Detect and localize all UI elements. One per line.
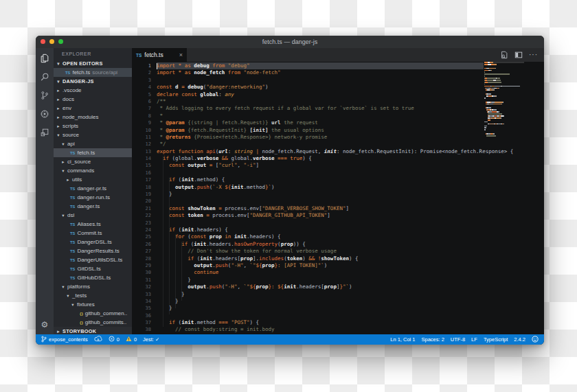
tree-item-docs[interactable]: ▸docs	[54, 95, 132, 104]
tree-item-github-commen-[interactable]: {}github_commen..	[54, 309, 132, 318]
status-item-cloud-upload[interactable]	[94, 336, 102, 343]
tree-item-api[interactable]: ▾api	[54, 139, 132, 148]
close-tab-icon[interactable]: ×	[179, 51, 183, 58]
code-line[interactable]: 28 if (init.headers[prop].includes(token…	[132, 255, 544, 262]
tree-item-github-commits-[interactable]: {}github_commits..	[54, 318, 132, 327]
tree-item-danger-pr-ts[interactable]: TSdanger-pr.ts	[54, 184, 132, 193]
storybook-section-header[interactable]: ▸ STORYBOOK	[54, 327, 132, 334]
status-item-spaces-2[interactable]: Spaces: 2	[422, 336, 444, 343]
tree-item-dangerdsl-ts[interactable]: TSDangerDSL.ts	[54, 238, 132, 246]
open-preview-icon[interactable]	[500, 51, 508, 59]
code-line[interactable]: 33 }	[132, 291, 544, 298]
code-line[interactable]: 37 if (init.method === "POST") {	[132, 319, 544, 326]
code-line[interactable]: 29 output.push("-H", `"${prop}: [API TOK…	[132, 262, 544, 269]
zoom-window-button[interactable]	[58, 39, 63, 44]
tree-item-fetch-ts[interactable]: TSfetch.ts	[54, 148, 132, 157]
code-line[interactable]: 21 const showToken = process.env["DANGER…	[132, 205, 544, 212]
code-line[interactable]: 35 }	[132, 305, 544, 312]
code-line[interactable]: 6/**	[132, 98, 544, 105]
tree-item-gitdsl-ts[interactable]: TSGitDSL.ts	[54, 264, 132, 273]
status-item-lf[interactable]: LF	[471, 336, 477, 343]
code-line[interactable]: 22 const token = process.env["DANGER_GIT…	[132, 212, 544, 219]
code-line[interactable]: 9 * @param {(string | fetch.Request)} ur…	[132, 119, 544, 126]
status-item-ln-1-col-1[interactable]: Ln 1, Col 1	[390, 336, 415, 343]
split-editor-icon[interactable]	[514, 51, 523, 59]
code-line[interactable]: 1import * as debug from "debug"	[132, 62, 544, 69]
open-editor-item-fetch-ts[interactable]: TS fetch.ts source/api	[54, 68, 132, 77]
extensions-icon[interactable]	[40, 128, 49, 137]
status-item-expose-contents[interactable]: expose_contents	[41, 336, 88, 344]
more-actions-icon[interactable]: ···	[529, 51, 538, 58]
code-text: * @returns {Promise<fetch.Response>} net…	[157, 134, 484, 141]
tree-item-dangerresults-ts[interactable]: TSDangerResults.ts	[54, 246, 132, 255]
code-line[interactable]: 8 *	[132, 113, 544, 119]
code-line[interactable]: 18 output.push(`-X ${init.method}`)	[132, 184, 544, 191]
debug-icon[interactable]	[40, 109, 49, 119]
code-line[interactable]: 30 continue	[132, 269, 544, 276]
status-item-utf-8[interactable]: UTF-8	[451, 336, 465, 343]
code-line[interactable]: 24 if (init.headers) {	[132, 227, 544, 233]
tree-item-githubdsl-ts[interactable]: TSGitHubDSL.ts	[54, 273, 132, 282]
status-item-smiley[interactable]	[532, 336, 539, 344]
tree-item-commit-ts[interactable]: TSCommit.ts	[54, 229, 132, 238]
code-line[interactable]: 20	[132, 198, 544, 205]
code-line[interactable]: 13export function api(url: string | node…	[132, 148, 544, 155]
code-line[interactable]: 3	[132, 77, 544, 84]
tree-item-dangerutilsdsl-ts[interactable]: TSDangerUtilsDSL.ts	[54, 255, 132, 264]
code-line[interactable]: 5declare const global: any	[132, 91, 544, 98]
code-editor[interactable]: 1import * as debug from "debug"2import *…	[132, 62, 544, 334]
code-line[interactable]: 14 if (global.verbose && global.verbose …	[132, 155, 544, 162]
code-line[interactable]: 38 // const body:string = init.body	[132, 326, 544, 333]
status-item-0[interactable]: 0	[126, 336, 137, 343]
tree-item-node-modules[interactable]: ▸node_modules	[54, 113, 132, 122]
tree-item-danger-ts[interactable]: TSdanger.ts	[54, 202, 132, 211]
status-item-typescript[interactable]: TypeScript	[484, 336, 508, 343]
code-line[interactable]: 27 // Don't show the token for normal ve…	[132, 248, 544, 255]
code-line[interactable]: 36	[132, 312, 544, 319]
code-line[interactable]: 25 for (const prop in init.headers) {	[132, 233, 544, 240]
tree-item-scripts[interactable]: ▸scripts	[54, 122, 132, 130]
tree-item-danger-run-ts[interactable]: TSdanger-run.ts	[54, 193, 132, 202]
code-line[interactable]: 2import * as node_fetch from "node-fetch…	[132, 69, 544, 76]
code-line[interactable]: 23	[132, 220, 544, 227]
minimap[interactable]	[484, 62, 524, 137]
status-item-2-4-2[interactable]: 2.4.2	[514, 336, 525, 343]
source-control-icon[interactable]	[40, 91, 49, 100]
code-line[interactable]: 7 * Adds logging to every fetch request …	[132, 105, 544, 112]
tree-item-platforms[interactable]: ▾platforms	[54, 282, 132, 291]
settings-gear-icon[interactable]: ⚙	[41, 321, 49, 329]
code-line[interactable]: 17 if (init.method) {	[132, 176, 544, 183]
open-editors-header[interactable]: ▾ OPEN EDITORS	[54, 59, 132, 68]
code-line[interactable]: 15 const output = ["curl", "-i"]	[132, 162, 544, 169]
code-line[interactable]: 16	[132, 170, 544, 176]
tree-item-aliases-ts[interactable]: TSAliases.ts	[54, 220, 132, 229]
tree-item--tests[interactable]: ▾_tests	[54, 291, 132, 300]
tree-item-dsl[interactable]: ▾dsl	[54, 211, 132, 220]
tree-item-fixtures[interactable]: ▾fixtures	[54, 300, 132, 309]
tree-item-utils[interactable]: ▸utils	[54, 175, 132, 184]
code-line[interactable]: 34 }	[132, 298, 544, 305]
code-line[interactable]: 10 * @param {fetch.RequestInit} [init] t…	[132, 127, 544, 134]
search-icon[interactable]	[40, 72, 49, 82]
code-line[interactable]: 4const d = debug("danger:networking")	[132, 84, 544, 91]
explorer-icon[interactable]	[40, 54, 49, 63]
code-line[interactable]: 19 }	[132, 191, 544, 198]
status-item-0[interactable]: 0	[109, 336, 120, 343]
tree-item-commands[interactable]: ▾commands	[54, 166, 132, 175]
code-line[interactable]: 26 if (init.headers.hasOwnProperty(prop)…	[132, 241, 544, 248]
status-item-jest-[interactable]: Jest: ✓	[143, 336, 159, 343]
close-window-button[interactable]	[41, 39, 45, 44]
tree-item-ci-source[interactable]: ▸ci_source	[54, 157, 132, 166]
window-titlebar[interactable]: fetch.ts — danger-js	[36, 36, 544, 48]
code-line[interactable]: 32 output.push("-H", `"${prop}: ${init.h…	[132, 284, 544, 290]
tab-fetch-ts[interactable]: TS fetch.ts ×	[132, 48, 187, 62]
chevron-right-icon: ▸	[56, 329, 60, 334]
code-line[interactable]: 12 */	[132, 141, 544, 148]
code-line[interactable]: 31 }	[132, 277, 544, 284]
tree-item-source[interactable]: ▾source	[54, 130, 132, 139]
code-line[interactable]: 11 * @returns {Promise<fetch.Response>} …	[132, 134, 544, 141]
minimize-window-button[interactable]	[49, 39, 54, 44]
project-header[interactable]: ▾ DANGER-JS	[54, 77, 132, 86]
tree-item-env[interactable]: ▸env	[54, 104, 132, 113]
tree-item--vscode[interactable]: ▸.vscode	[54, 86, 132, 95]
